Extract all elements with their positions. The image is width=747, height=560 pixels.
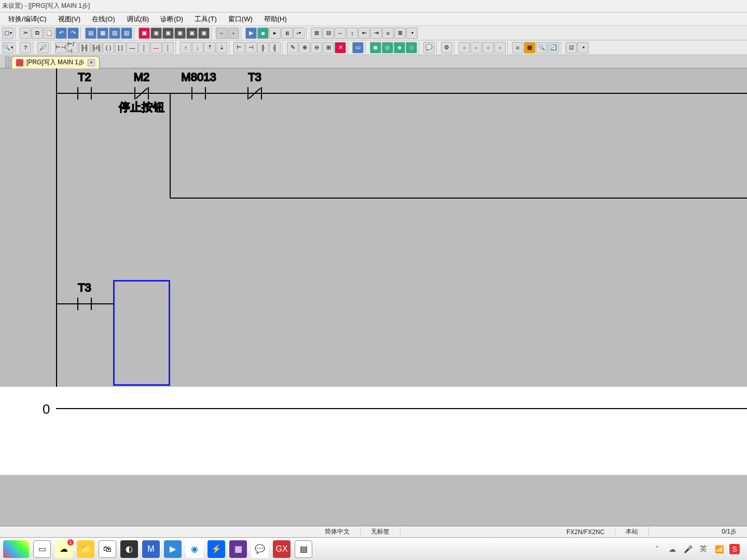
cloud-icon[interactable]: ☁ [667, 544, 677, 554]
online-button[interactable]: ◇ [406, 42, 417, 53]
monitor-button[interactable]: ▣ [174, 27, 186, 39]
del-vline-button[interactable]: │ [162, 42, 174, 53]
dropdown-button[interactable]: ▢ [2, 27, 13, 39]
alt-contact-button[interactable]: ╟ [257, 42, 269, 53]
app-icon[interactable]: ▤ [295, 540, 312, 558]
store-icon[interactable]: 🛍 [99, 540, 116, 558]
network-icon[interactable]: 📶 [714, 544, 724, 554]
rebuild-button[interactable]: ▦ [97, 27, 108, 39]
paste-button[interactable]: 📋 [44, 27, 55, 39]
zoom-dropdown[interactable]: 🔍 [2, 42, 13, 53]
delete-button[interactable]: ✕ [335, 42, 346, 53]
microphone-icon[interactable]: 🎤 [683, 544, 693, 554]
contact-no-button[interactable]: ⊢⊣ [55, 42, 66, 53]
read-button[interactable]: ▣ [150, 27, 162, 39]
format-button[interactable]: ≣ [394, 27, 406, 39]
tab-main-program[interactable]: [PRG]写入 MAIN 1步 × [11, 56, 100, 68]
task-view-icon[interactable]: ▭ [33, 540, 51, 558]
copy-button[interactable]: ⧉ [32, 27, 43, 39]
hline-button[interactable]: — [127, 42, 138, 53]
insert-col-button[interactable]: ⊞ [323, 42, 334, 53]
overflow-button[interactable] [406, 27, 418, 39]
del-hline-button[interactable]: — [150, 42, 162, 53]
nav-button[interactable]: ⇤ [358, 27, 370, 39]
build-button[interactable]: ▤ [85, 27, 96, 39]
pulse-down-button[interactable]: ↓ [192, 42, 203, 53]
pulse-or-up-button[interactable]: ⇡ [204, 42, 215, 53]
menu-diagnose[interactable]: 诊断(D) [157, 13, 186, 25]
tool-button[interactable]: ▫ [459, 42, 470, 53]
tool-button[interactable]: ▫ [216, 27, 227, 39]
view-button[interactable]: ▦ [524, 42, 535, 53]
contact-ornc-button[interactable]: ╟/╢ [91, 42, 102, 53]
label-button[interactable]: ▭ [352, 42, 364, 53]
tab-close-button[interactable]: × [88, 59, 95, 66]
file-explorer-icon[interactable]: 📁 [77, 540, 94, 558]
weather-icon[interactable]: ☁ [55, 540, 73, 558]
func-button[interactable]: [ ] [115, 42, 126, 53]
menu-debug[interactable]: 调试(B) [123, 13, 152, 25]
pulse-up-button[interactable]: ↑ [180, 42, 191, 53]
tool-button[interactable]: ▫ [471, 42, 482, 53]
online-button[interactable]: ◎ [382, 42, 393, 53]
tool-button[interactable]: ▫ [482, 42, 494, 53]
wechat-icon[interactable]: 💬 [251, 540, 269, 558]
alt-contact-button[interactable]: ╢ [269, 42, 281, 53]
app-icon[interactable]: ◐ [120, 540, 138, 558]
tool-button[interactable]: ▫ [228, 27, 239, 39]
more-button[interactable]: ▫ [293, 27, 305, 39]
view-button[interactable]: ≡ [512, 42, 523, 53]
coil-button[interactable]: ( ) [103, 42, 114, 53]
start-button[interactable] [3, 540, 29, 558]
run-button[interactable]: ▶ [245, 27, 257, 39]
edit-button[interactable]: ✎ [287, 42, 298, 53]
online-button[interactable]: ◈ [394, 42, 405, 53]
ime-icon[interactable]: 英 [698, 544, 709, 554]
zoom-fit-button[interactable]: ⊡ [565, 42, 577, 53]
ladder-editor[interactable]: 0 T2 M2 停止按钮 [0, 68, 747, 526]
replace-button[interactable]: 🔄 [548, 42, 559, 53]
alt-contact-button[interactable]: ⊣ [245, 42, 257, 53]
contact-nc-button[interactable]: ⊢/⊣ [67, 42, 78, 53]
comment-button[interactable]: 💬 [423, 42, 435, 53]
convert-all-button[interactable]: ▨ [121, 27, 132, 39]
app-icon[interactable]: ⚡ [208, 540, 225, 558]
contact-or-button[interactable]: ╟╢ [79, 42, 90, 53]
alt-contact-button[interactable]: ⊢ [233, 42, 245, 53]
convert-button[interactable]: ▧ [109, 27, 120, 39]
tab-grip[interactable] [5, 57, 11, 68]
menu-online[interactable]: 在线(O) [89, 13, 118, 25]
menu-help[interactable]: 帮助(H) [261, 13, 290, 25]
contact-m2-nc[interactable]: M2 停止按钮 [119, 71, 164, 114]
step-button[interactable]: ▸ [269, 27, 281, 39]
zoom-button[interactable]: ⊟ [323, 27, 334, 39]
tool-button[interactable]: ▫ [494, 42, 506, 53]
menu-view[interactable]: 视图(V) [55, 13, 84, 25]
ime-switch-icon[interactable]: S [729, 544, 740, 554]
menu-window[interactable]: 窗口(W) [225, 13, 256, 25]
menu-tool[interactable]: 工具(T) [191, 13, 220, 25]
online-button[interactable]: ◉ [370, 42, 381, 53]
app-icon[interactable]: ▶ [164, 540, 182, 558]
contact-t2[interactable]: T2 [78, 71, 91, 100]
search-button[interactable]: 🔍 [536, 42, 547, 53]
watch-button[interactable]: ▣ [186, 27, 198, 39]
write-button[interactable]: ▣ [139, 27, 150, 39]
stop-button[interactable]: ■ [257, 27, 269, 39]
find-button[interactable]: 🔎 [37, 42, 49, 53]
nav-button[interactable]: ↔ [335, 27, 346, 39]
cut-button[interactable]: ✂ [20, 27, 31, 39]
help-button[interactable]: ? [20, 42, 31, 53]
menu-convert[interactable]: 转换/编译(C) [5, 13, 50, 25]
edge-icon[interactable]: ◉ [186, 540, 203, 558]
insert-row-button[interactable]: ⊕ [299, 42, 310, 53]
contact-t3-no[interactable]: T3 [78, 281, 91, 310]
app-icon[interactable]: ▦ [229, 540, 247, 558]
pulse-or-down-button[interactable]: ⇣ [216, 42, 227, 53]
gx-works-icon[interactable]: GX [273, 540, 290, 558]
nav-button[interactable]: ↕ [347, 27, 358, 39]
redo-button[interactable]: ↷ [67, 27, 79, 39]
contact-t3-nc[interactable]: T3 [248, 71, 261, 100]
device-button[interactable]: ▣ [198, 27, 210, 39]
format-button[interactable]: ≡ [382, 27, 394, 39]
